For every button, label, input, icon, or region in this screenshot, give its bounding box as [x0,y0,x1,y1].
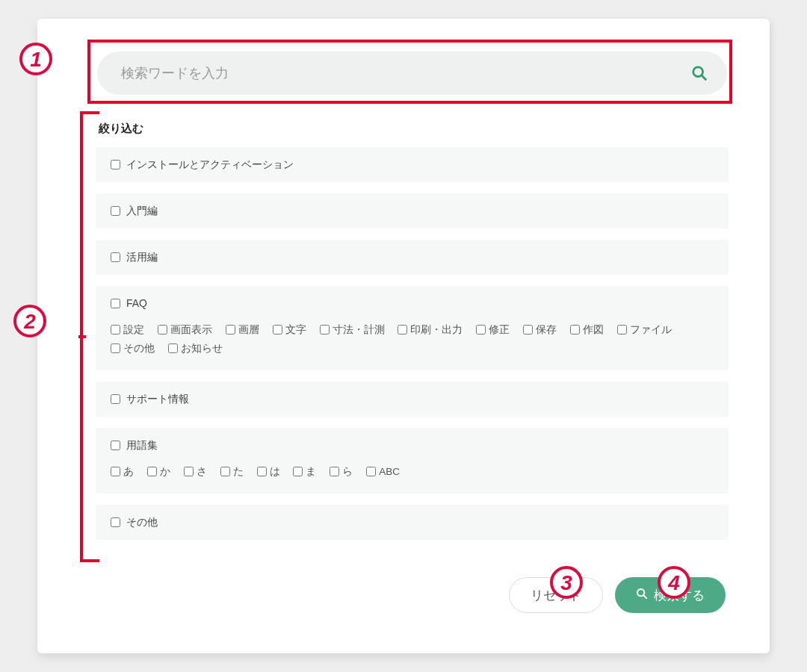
filter-label: 画層 [238,324,259,335]
search-icon[interactable] [691,65,708,81]
search-button-label: 検索する [654,587,705,604]
filter-option[interactable]: お知らせ [165,341,223,355]
filter-option[interactable]: 修正 [473,323,510,337]
filter-group: FAQ 設定 画面表示 画層 文字 寸法・計測 印刷・出力 修正 保存 作図 フ… [96,286,729,370]
filter-checkbox[interactable] [366,467,376,476]
filter-label: た [233,466,244,477]
filter-option[interactable]: 印刷・出力 [395,323,463,337]
search-icon [636,588,648,603]
filter-checkbox[interactable] [111,441,120,450]
filter-option[interactable]: サポート情報 [108,392,189,406]
filter-option[interactable]: か [144,464,170,479]
filter-option[interactable]: た [217,464,244,479]
search-bar [97,52,727,95]
svg-line-3 [643,595,647,599]
filter-option[interactable]: 画層 [223,323,259,337]
filter-checkbox[interactable] [617,325,627,335]
search-input[interactable] [120,65,691,82]
filter-checkbox[interactable] [168,343,178,353]
filter-label: さ [197,466,207,477]
filter-checkbox[interactable] [184,467,194,476]
filter-checkbox[interactable] [330,467,339,476]
filter-checkbox[interactable] [523,325,533,335]
filter-group: その他 [96,505,729,540]
filter-label: 修正 [489,324,510,335]
filter-checkbox[interactable] [111,394,120,404]
filter-checkbox[interactable] [570,325,580,335]
search-button[interactable]: 検索する [615,577,726,613]
filter-option[interactable]: は [254,464,280,479]
filter-option[interactable]: その他 [108,341,155,355]
filter-checkbox[interactable] [293,467,303,476]
filter-checkbox[interactable] [320,325,330,335]
filter-label: ファイル [630,324,672,335]
filter-label: FAQ [126,297,147,309]
filter-checkbox[interactable] [273,325,282,335]
filter-label: 画面表示 [170,324,212,335]
filter-option[interactable]: 活用編 [108,250,158,264]
filter-label: ま [306,466,316,477]
filter-option[interactable]: 画面表示 [155,323,212,337]
svg-point-2 [637,589,644,596]
filter-option[interactable]: ABC [363,464,400,479]
filter-checkbox[interactable] [111,252,120,262]
filter-label: その他 [126,516,158,528]
filter-label: 印刷・出力 [410,324,463,335]
filter-group: 活用編 [96,240,729,275]
reset-label: リセット [531,587,581,604]
filter-option[interactable]: 用語集 [108,438,158,452]
filter-checkbox[interactable] [220,467,230,476]
filter-checkbox[interactable] [226,325,235,335]
filter-option[interactable]: インストールとアクティベーション [108,158,294,172]
svg-text:2: 2 [23,310,36,333]
filter-option[interactable]: ファイル [614,323,672,337]
filter-label: 作図 [583,324,604,335]
filter-checkbox[interactable] [147,467,157,476]
filter-label: あ [123,466,134,477]
filter-checkbox[interactable] [476,325,486,335]
filter-label: は [270,466,280,477]
filter-option[interactable]: FAQ [108,296,147,311]
filter-label: サポート情報 [126,393,189,405]
filter-option[interactable]: あ [108,464,134,479]
filter-label: インストールとアクティベーション [126,158,294,170]
filter-option[interactable]: 入門編 [108,204,158,218]
filter-checkbox[interactable] [257,467,267,476]
filter-label: 用語集 [126,439,158,451]
filter-option[interactable]: さ [181,464,207,479]
filter-label: 寸法・計測 [333,324,385,335]
filter-checkbox[interactable] [111,343,120,353]
filter-option[interactable]: ら [327,464,353,479]
filter-option[interactable]: 寸法・計測 [317,323,385,337]
filter-option[interactable]: 作図 [567,323,604,337]
filter-sub-row: あ か さ た は ま ら ABC [108,464,715,483]
filter-checkbox[interactable] [111,206,120,216]
search-filter-card: 絞り込む インストールとアクティベーション 入門編 活用編 [37,19,770,653]
filter-label: 文字 [285,324,306,335]
reset-button[interactable]: リセット [509,577,603,613]
filter-label: その他 [123,343,155,354]
filter-checkbox[interactable] [111,325,120,335]
filter-option[interactable]: その他 [108,515,158,529]
filter-sub-row: 設定 画面表示 画層 文字 寸法・計測 印刷・出力 修正 保存 作図 ファイル … [108,323,715,360]
filter-checkbox[interactable] [398,325,407,335]
filter-label: か [160,466,170,477]
filter-checkbox[interactable] [111,299,120,308]
filter-checkbox[interactable] [111,517,120,527]
filter-option[interactable]: 保存 [520,323,557,337]
svg-line-1 [702,75,706,80]
filter-group: 入門編 [96,193,729,228]
filter-checkbox[interactable] [158,325,167,335]
filter-groups: インストールとアクティベーション 入門編 活用編 FAQ [96,147,729,540]
filter-checkbox[interactable] [111,467,120,476]
filter-group: 用語集 あ か さ た は ま ら ABC [96,428,729,494]
filter-checkbox[interactable] [111,160,120,169]
filter-group: インストールとアクティベーション [96,147,729,182]
filter-label: ABC [379,466,400,477]
svg-point-0 [693,67,703,77]
filter-option[interactable]: 文字 [270,323,306,337]
button-row: リセット 検索する [90,577,729,613]
filter-label: 設定 [123,324,144,335]
filter-option[interactable]: ま [290,464,316,479]
filter-option[interactable]: 設定 [108,323,144,337]
